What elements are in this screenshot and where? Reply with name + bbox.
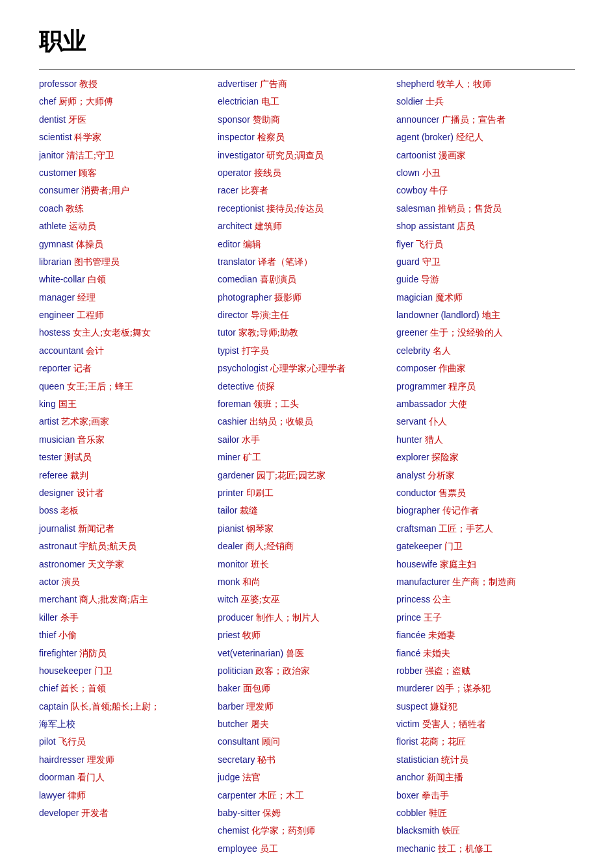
english-word: translator (218, 256, 258, 267)
chinese-translation: 保姆 (262, 808, 281, 818)
vocabulary-entry: conductor 售票员 (396, 486, 569, 501)
vocabulary-entry: artist 艺术家;画家 (39, 414, 211, 429)
vocabulary-entry: operator 接线员 (218, 166, 390, 180)
chinese-translation: 家教;导师;助教 (238, 328, 298, 338)
chinese-translation: 顾问 (262, 737, 280, 747)
chinese-translation: 售票员 (439, 488, 466, 498)
vocabulary-entry: soldier 士兵 (396, 94, 569, 109)
chinese-translation: 理发师 (246, 702, 274, 712)
vocabulary-entry: psychologist 心理学家;心理学者 (218, 361, 390, 376)
vocabulary-entry: pianist 钢琴家 (218, 521, 390, 536)
vocabulary-entry: prince 王子 (396, 610, 569, 625)
chinese-translation: 矿工 (243, 453, 261, 462)
chinese-translation: 铁匠 (442, 826, 460, 836)
vocabulary-entry: translator 译者（笔译） (218, 254, 390, 269)
chinese-translation: 出纳员；收银员 (249, 417, 313, 427)
vocabulary-entry: miner 矿工 (218, 450, 390, 465)
vocabulary-entry: actor 演员 (39, 575, 211, 589)
chinese-translation: 地主 (482, 310, 500, 320)
english-word: queen (39, 381, 67, 391)
vocabulary-entry: librarian 图书管理员 (39, 254, 211, 269)
english-word: monitor (218, 559, 251, 569)
english-word: killer (39, 612, 60, 623)
chinese-translation: 漫画家 (439, 151, 466, 160)
chinese-translation: 天文学家 (88, 560, 124, 569)
english-word: hairdresser (39, 754, 87, 765)
vocabulary-entry: typist 打字员 (218, 343, 390, 358)
english-word: operator (218, 167, 254, 178)
chinese-translation: 制作人；制片人 (256, 613, 320, 623)
chinese-translation: 接线员 (254, 168, 281, 178)
vocabulary-entry: programmer 程序员 (396, 379, 569, 394)
chinese-translation: 小丑 (422, 168, 441, 178)
vocabulary-entry: thief 小偷 (39, 628, 211, 643)
vocabulary-entry: hairdresser 理发师 (39, 752, 211, 767)
chinese-translation: 消防员 (79, 649, 107, 658)
vocabulary-entry: pilot 飞行员 (39, 734, 211, 749)
chinese-translation: 家庭主妇 (440, 560, 476, 569)
english-word: celebrity (396, 345, 433, 356)
vocabulary-entry: baby-sitter 保姆 (218, 806, 390, 821)
english-word: lawyer (39, 790, 68, 800)
english-word: boss (39, 505, 60, 515)
vocabulary-entry: director 导演;主任 (218, 308, 390, 323)
english-word: announcer (396, 114, 442, 125)
chinese-translation: 飞行员 (58, 737, 86, 747)
chinese-translation: 鞋匠 (429, 808, 447, 818)
english-word: fiancée (396, 630, 428, 640)
chinese-translation: 比赛者 (241, 186, 268, 195)
chinese-translation: 女王;王后；蜂王 (67, 382, 133, 391)
vocabulary-entry: biographer 传记作者 (396, 503, 569, 518)
vocabulary-entry: tailor 裁缝 (218, 503, 390, 518)
vocabulary-entry: barber 理发师 (218, 699, 390, 714)
vocabulary-entry: blacksmith 铁匠 (396, 823, 569, 838)
english-word: composer (396, 363, 439, 373)
chinese-translation: 小偷 (58, 630, 77, 640)
chinese-translation: 科学家 (74, 132, 101, 142)
vocabulary-entry: hunter 猎人 (396, 432, 569, 447)
english-word: barber (218, 701, 246, 712)
english-word: accountant (39, 345, 86, 356)
english-word: dealer (218, 541, 246, 551)
chinese-translation: 图书管理员 (74, 257, 120, 267)
chinese-translation: 强盗；盗贼 (425, 666, 470, 676)
vocabulary-entry: producer 制作人；制片人 (218, 610, 390, 625)
chinese-translation: 统计员 (441, 755, 468, 765)
chinese-translation: 生产商；制造商 (452, 577, 516, 587)
vocabulary-entry: clown 小丑 (396, 166, 569, 180)
chinese-translation: 守卫 (422, 257, 441, 267)
vocabulary-entry: robber 强盗；盗贼 (396, 663, 569, 678)
column-2: advertiser 广告商electrician 电工sponsor 赞助商i… (218, 77, 396, 859)
chinese-translation: 王子 (424, 613, 442, 623)
chinese-translation: 屠夫 (251, 719, 269, 729)
english-word: baby-sitter (218, 808, 262, 818)
chinese-translation: 消费者;用户 (81, 186, 129, 195)
chinese-translation: 大使 (449, 399, 467, 409)
chinese-translation: 面包师 (243, 684, 270, 693)
chinese-translation: 公主 (433, 595, 451, 604)
english-word: chef (39, 96, 58, 106)
english-word: tester (39, 452, 64, 462)
english-word: reporter (39, 363, 73, 373)
vocabulary-entry: priest 牧师 (218, 628, 390, 643)
vocabulary-entry: journalist 新闻记者 (39, 521, 211, 536)
chinese-translation: 国王 (58, 399, 77, 409)
vocabulary-entry: monk 和尚 (218, 575, 390, 589)
chinese-translation: 工匠；手艺人 (439, 524, 493, 534)
vocabulary-entry: composer 作曲家 (396, 361, 569, 376)
english-word: pianist (218, 523, 246, 534)
english-word: monk (218, 577, 242, 587)
english-word: librarian (39, 256, 74, 267)
vocabulary-entry: fiancée 未婚妻 (396, 628, 569, 643)
vocabulary-entry: printer 印刷工 (218, 486, 390, 501)
english-word: carpenter (218, 790, 259, 800)
vocabulary-entry: customer 顾客 (39, 166, 211, 180)
english-word: thief (39, 630, 58, 640)
english-word: anchor (396, 772, 427, 782)
vocabulary-entry: manufacturer 生产商；制造商 (396, 575, 569, 589)
english-word: inspector (218, 132, 257, 142)
vocabulary-entry: shop assistant 店员 (396, 219, 569, 234)
english-word: developer (39, 808, 81, 818)
chinese-translation: 商人;经销商 (246, 541, 294, 551)
chinese-translation: 摄影师 (274, 293, 301, 303)
